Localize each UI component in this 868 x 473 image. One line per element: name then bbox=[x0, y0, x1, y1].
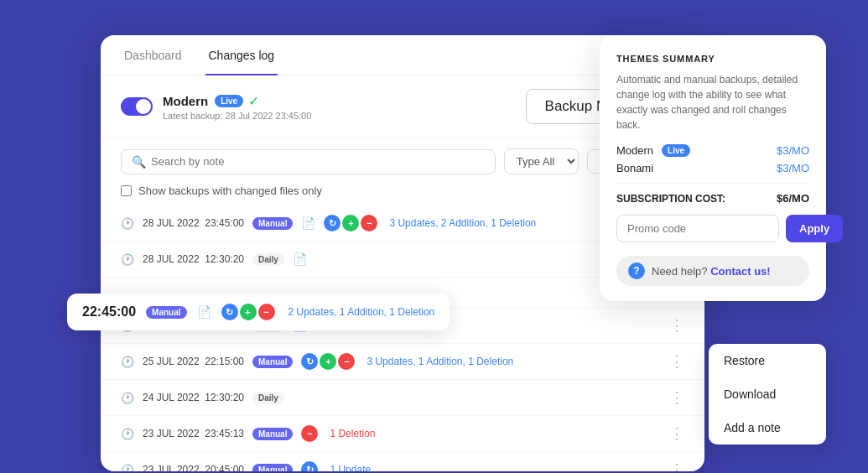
right-panel: THEMES SUMMARY Automatic and manual back… bbox=[600, 35, 826, 301]
backup-datetime: 28 JUL 2022 23:45:00 bbox=[143, 217, 244, 229]
promo-row: Apply bbox=[616, 215, 809, 242]
tooltip-change-text: 2 Updates, 1 Addition, 1 Deletion bbox=[288, 306, 435, 318]
outer-wrapper: Dashboard Changes log Modern Live ✓ Late… bbox=[17, 17, 851, 473]
theme-price-modern: $3/MO bbox=[777, 144, 809, 157]
panel-description: Automatic and manual backups, detailed c… bbox=[616, 72, 809, 133]
divider bbox=[616, 183, 809, 184]
site-toggle[interactable] bbox=[121, 97, 153, 116]
badge-daily: Daily bbox=[252, 253, 284, 266]
help-icon: ? bbox=[628, 262, 645, 279]
subscription-row: SUBSCRIPTION COST: $6/MO bbox=[616, 192, 809, 205]
badge-daily: Daily bbox=[252, 392, 284, 404]
search-icon: 🔍 bbox=[132, 155, 146, 169]
file-icon: 📄 bbox=[301, 216, 315, 230]
time-icon: 🕐 bbox=[121, 392, 134, 404]
change-text: 1 Deletion bbox=[330, 428, 375, 439]
changed-files-label: Show backups with changed files only bbox=[138, 185, 322, 197]
backup-datetime: 25 JUL 2022 22:15:00 bbox=[143, 356, 244, 367]
change-text: 1 Update bbox=[330, 464, 371, 471]
badge-manual: Manual bbox=[252, 217, 293, 230]
time-icon: 🕐 bbox=[121, 217, 134, 230]
site-info: Modern Live ✓ Latest backup: 28 Jul 2022… bbox=[163, 93, 311, 121]
table-row: 🕐 23 JUL 2022 23:45:13 Manual − 1 Deleti… bbox=[101, 416, 704, 452]
table-row: 🕐 23 JUL 2022 20:45:00 Manual ↻ 1 Update… bbox=[101, 452, 704, 471]
badge-manual: Manual bbox=[252, 428, 293, 440]
promo-code-input[interactable] bbox=[616, 215, 779, 242]
table-row: 🕐 25 JUL 2022 22:15:00 Manual ↻ + − 3 Up… bbox=[101, 344, 704, 380]
row-more-button[interactable]: ⋮ bbox=[669, 352, 684, 371]
theme-live-badge: Live bbox=[662, 144, 690, 157]
update-icon: ↻ bbox=[324, 215, 340, 231]
apply-button[interactable]: Apply bbox=[786, 215, 843, 242]
time-icon: 🕐 bbox=[121, 464, 134, 472]
row-more-button[interactable]: ⋮ bbox=[669, 424, 684, 443]
help-text: Need help? Contact us! bbox=[652, 265, 771, 278]
table-row: 🕐 24 JUL 2022 12:30:20 Daily ⋮ bbox=[101, 380, 704, 416]
file-icon-tooltip: 📄 bbox=[197, 305, 211, 319]
context-menu: Restore Download Add a note bbox=[709, 344, 826, 444]
check-icon: ✓ bbox=[248, 93, 259, 109]
row-more-button[interactable]: ⋮ bbox=[669, 388, 684, 407]
change-icons: ↻ + − bbox=[324, 215, 377, 231]
tooltip-del-icon: − bbox=[258, 304, 275, 320]
site-live-badge: Live bbox=[215, 95, 243, 107]
change-icons: − bbox=[301, 425, 318, 442]
theme-name-modern: Modern Live bbox=[616, 144, 690, 157]
del-icon: − bbox=[361, 215, 377, 231]
tooltip-add-icon: + bbox=[240, 304, 257, 320]
change-text: 3 Updates, 2 Addition, 1 Deletion bbox=[389, 217, 536, 229]
tooltip-popup: 22:45:00 Manual 📄 ↻ + − 2 Updates, 1 Add… bbox=[67, 294, 450, 330]
row-more-button[interactable]: ⋮ bbox=[669, 460, 684, 471]
contact-us-link[interactable]: Contact us! bbox=[710, 265, 771, 278]
badge-manual: Manual bbox=[252, 464, 293, 472]
row-more-button[interactable]: ⋮ bbox=[669, 316, 684, 335]
time-icon: 🕐 bbox=[121, 253, 134, 266]
tab-changes-log[interactable]: Changes log bbox=[205, 35, 278, 75]
tooltip-time: 22:45:00 bbox=[82, 304, 136, 320]
file-icon: 📄 bbox=[293, 252, 307, 266]
subscription-price: $6/MO bbox=[777, 192, 809, 205]
theme-name-bonami: Bonami bbox=[616, 162, 653, 174]
panel-title: THEMES SUMMARY bbox=[616, 54, 809, 64]
add-icon: + bbox=[320, 353, 336, 370]
add-icon: + bbox=[342, 215, 359, 231]
update-icon: ↻ bbox=[301, 461, 318, 471]
badge-manual: Manual bbox=[252, 356, 293, 368]
del-icon: − bbox=[301, 425, 318, 442]
time-icon: 🕐 bbox=[121, 428, 134, 440]
backup-datetime: 23 JUL 2022 23:45:13 bbox=[143, 428, 244, 439]
backup-datetime: 24 JUL 2022 12:30:20 bbox=[143, 392, 244, 403]
update-icon: ↻ bbox=[301, 353, 318, 370]
theme-row-bonami: Bonami $3/MO bbox=[616, 162, 809, 174]
backup-datetime: 28 JUL 2022 12:30:20 bbox=[143, 253, 244, 265]
context-menu-restore[interactable]: Restore bbox=[709, 344, 826, 377]
tab-dashboard[interactable]: Dashboard bbox=[121, 35, 185, 75]
time-icon: 🕐 bbox=[121, 356, 134, 368]
change-text: 3 Updates, 1 Addition, 1 Deletion bbox=[366, 356, 513, 367]
latest-backup-label: Latest backup: 28 Jul 2022 23:45:00 bbox=[163, 111, 311, 121]
search-input[interactable] bbox=[151, 155, 485, 168]
changed-files-checkbox[interactable] bbox=[121, 185, 132, 196]
search-box: 🔍 bbox=[121, 149, 496, 174]
change-icons: ↻ bbox=[301, 461, 318, 471]
site-name: Modern bbox=[163, 94, 208, 108]
change-icons: ↻ + − bbox=[301, 353, 355, 370]
help-row: ? Need help? Contact us! bbox=[616, 256, 809, 286]
tooltip-badge: Manual bbox=[146, 306, 186, 319]
type-select[interactable]: Type All Manual Daily bbox=[504, 148, 579, 174]
context-menu-add-note[interactable]: Add a note bbox=[709, 411, 826, 444]
tooltip-update-icon: ↻ bbox=[221, 304, 238, 320]
theme-row-modern: Modern Live $3/MO bbox=[616, 144, 809, 157]
tooltip-change-icons: ↻ + − bbox=[221, 304, 275, 320]
subscription-label: SUBSCRIPTION COST: bbox=[616, 193, 725, 205]
context-menu-download[interactable]: Download bbox=[709, 377, 826, 411]
del-icon: − bbox=[338, 353, 355, 370]
theme-price-bonami: $3/MO bbox=[777, 162, 809, 174]
backup-datetime: 23 JUL 2022 20:45:00 bbox=[143, 464, 244, 471]
